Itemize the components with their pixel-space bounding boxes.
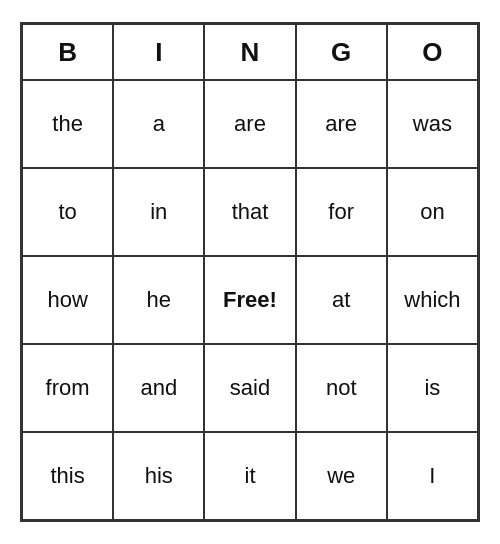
bingo-row-3: fromandsaidnotis — [22, 344, 478, 432]
bingo-cell-r1-c3: for — [296, 168, 387, 256]
header-row: BINGO — [22, 24, 478, 80]
bingo-cell-r3-c2: said — [204, 344, 295, 432]
bingo-cell-r1-c2: that — [204, 168, 295, 256]
header-cell-i: I — [113, 24, 204, 80]
bingo-row-0: theaarearewas — [22, 80, 478, 168]
bingo-cell-r0-c1: a — [113, 80, 204, 168]
header-cell-o: O — [387, 24, 478, 80]
bingo-cell-r0-c4: was — [387, 80, 478, 168]
bingo-row-2: howheFree!atwhich — [22, 256, 478, 344]
bingo-cell-r1-c0: to — [22, 168, 113, 256]
bingo-cell-r1-c4: on — [387, 168, 478, 256]
bingo-cell-r2-c3: at — [296, 256, 387, 344]
bingo-cell-r1-c1: in — [113, 168, 204, 256]
bingo-cell-r2-c0: how — [22, 256, 113, 344]
bingo-row-1: tointhatforon — [22, 168, 478, 256]
bingo-cell-r4-c0: this — [22, 432, 113, 520]
header-cell-g: G — [296, 24, 387, 80]
bingo-cell-r4-c1: his — [113, 432, 204, 520]
bingo-cell-r4-c4: I — [387, 432, 478, 520]
bingo-cell-r2-c1: he — [113, 256, 204, 344]
bingo-cell-r4-c3: we — [296, 432, 387, 520]
bingo-cell-r2-c4: which — [387, 256, 478, 344]
bingo-cell-r0-c2: are — [204, 80, 295, 168]
bingo-cell-r3-c4: is — [387, 344, 478, 432]
bingo-card: BINGO theaarearewastointhatforonhowheFre… — [20, 22, 480, 522]
bingo-cell-r0-c3: are — [296, 80, 387, 168]
header-cell-b: B — [22, 24, 113, 80]
bingo-cell-r3-c3: not — [296, 344, 387, 432]
bingo-cell-r3-c0: from — [22, 344, 113, 432]
bingo-row-4: thishisitweI — [22, 432, 478, 520]
bingo-cell-r3-c1: and — [113, 344, 204, 432]
header-cell-n: N — [204, 24, 295, 80]
bingo-cell-r0-c0: the — [22, 80, 113, 168]
bingo-cell-r4-c2: it — [204, 432, 295, 520]
bingo-cell-r2-c2: Free! — [204, 256, 295, 344]
